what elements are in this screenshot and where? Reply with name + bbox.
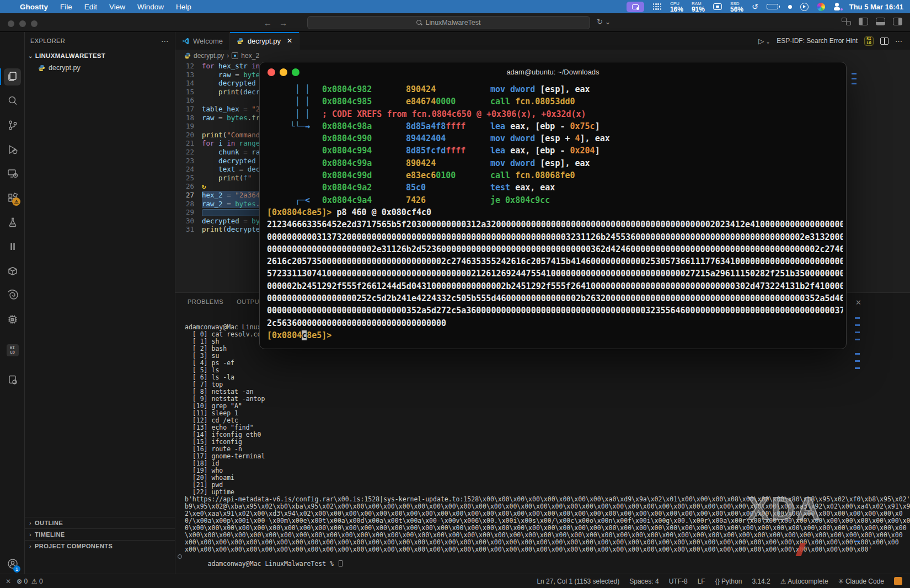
python-file-icon <box>184 52 191 59</box>
breadcrumb: decrypt.py › hex_2 <box>175 50 910 62</box>
accounts-icon[interactable]: 1 <box>0 553 25 574</box>
esp-idf-chip-icon[interactable] <box>0 309 25 330</box>
esp-idf-action[interactable]: ESP-IDF: Search Error Hint <box>777 37 858 45</box>
kilo-code-icon[interactable]: KILO <box>0 340 25 361</box>
sidebar-section-outline[interactable]: ›OUTLINE <box>25 517 175 528</box>
source-control-icon[interactable] <box>0 115 25 136</box>
sidebar-folder-linuxmalwaretest[interactable]: ⌄ LINUXMALWARETEST <box>25 50 175 62</box>
recording-dot-icon[interactable] <box>788 5 792 9</box>
search-view-icon[interactable] <box>0 90 25 111</box>
jump-line-gutter: │ │ <box>267 108 322 120</box>
line-number: 25 <box>175 174 194 183</box>
status-item-7[interactable]: ✳ Claude Code <box>838 578 884 585</box>
status-item-0[interactable]: Ln 27, Col 1 (1153 selected) <box>537 578 619 585</box>
remote-explorer-icon[interactable] <box>0 163 25 184</box>
layout-grid-icon[interactable] <box>842 18 851 25</box>
explorer-more-actions[interactable]: ⋯ <box>161 36 169 45</box>
instruction-bytes: 8d85fcfdffff <box>406 145 490 157</box>
menu-file[interactable]: File <box>60 3 72 11</box>
instruction-bytes: 890424 <box>406 157 490 169</box>
tab-decrypt-py[interactable]: decrypt.py ✕ <box>230 32 299 50</box>
file-settings-icon[interactable] <box>0 370 25 391</box>
problems-status[interactable]: ⊗ 0 ⚠ 0 <box>17 578 43 585</box>
editor-more-actions[interactable]: ⋯ <box>895 37 902 45</box>
sidebar-section-timeline[interactable]: ›TIMELINE <box>25 528 175 540</box>
editor-tab-bar: Welcome decrypt.py ✕ ▷ ⌄ ESP-IDF: Search… <box>175 32 910 50</box>
toggle-sidebar-icon[interactable] <box>859 18 868 25</box>
command-center-search[interactable]: LinuxMalwareTest <box>307 16 590 29</box>
sidebar-file-decrypt-py[interactable]: decrypt.py <box>25 62 175 74</box>
command-decoration-icon[interactable] <box>178 554 182 559</box>
spiral-tool-icon[interactable] <box>0 285 25 306</box>
toggle-secondary-sidebar-icon[interactable] <box>893 18 902 25</box>
display-status-icon[interactable] <box>713 3 722 10</box>
panel-tab-problems[interactable]: PROBLEMS <box>188 298 223 305</box>
account-switch-icon[interactable] <box>833 3 841 11</box>
status-item-2[interactable]: UTF-8 <box>669 578 688 585</box>
cpu-stat[interactable]: CPU 16% <box>670 1 683 12</box>
menu-edit[interactable]: Edit <box>84 3 97 11</box>
close-tab-icon[interactable]: ✕ <box>287 37 292 45</box>
instruction-text: mov dword [esp], eax <box>490 157 843 169</box>
split-editor-icon[interactable] <box>880 38 888 45</box>
extensions-warning-badge: ⚠ <box>12 197 20 206</box>
terminal-line: [10] grep "A" <box>185 403 910 410</box>
status-item-1[interactable]: Spaces: 4 <box>629 578 659 585</box>
menu-help[interactable]: Help <box>176 3 191 11</box>
run-debug-icon[interactable] <box>0 139 25 160</box>
zoom-window-button[interactable] <box>31 20 38 27</box>
nav-forward-button[interactable]: → <box>279 18 287 28</box>
app-menu-title[interactable]: Ghostty <box>20 3 48 11</box>
tab-welcome[interactable]: Welcome <box>175 32 230 50</box>
instruction-address: 0x0804c99d <box>322 169 406 181</box>
kilo-badge-icon[interactable]: KILO <box>864 36 874 46</box>
app-grid-icon[interactable] <box>652 3 662 10</box>
extensions-icon[interactable]: ⚠ <box>0 188 25 209</box>
toggle-panel-icon[interactable] <box>876 18 885 25</box>
screen-sharing-icon[interactable] <box>627 2 644 12</box>
minimize-window-button[interactable] <box>19 20 26 27</box>
menubar-clock[interactable]: Thu 5 Mar 16:41 <box>849 3 903 11</box>
hexdump-line: 212346663356452e2d3717565b5f203000000000… <box>267 218 843 231</box>
ram-stat[interactable]: RAM 91% <box>692 1 705 12</box>
explorer-icon[interactable] <box>0 66 25 87</box>
run-button[interactable]: ▷ ⌄ <box>758 37 770 45</box>
disasm-line: └└─→ 0x0804c98a8d85a4f8fffflea eax, [ebp… <box>267 120 843 132</box>
code-text: ↻ <box>194 182 206 191</box>
container-tool-icon[interactable] <box>0 260 25 281</box>
play-status-icon[interactable] <box>800 3 809 11</box>
claude-code-indicator-icon[interactable] <box>894 577 902 585</box>
code-text: print(decr <box>194 88 260 97</box>
battery-icon[interactable] <box>767 4 780 9</box>
code-text: for i in range <box>194 139 260 148</box>
ssd-stat[interactable]: SSD 56% <box>730 1 743 12</box>
line-number: 17 <box>175 105 194 114</box>
sidebar-section-project-components[interactable]: ›PROJECT COMPONENTS <box>25 540 175 552</box>
breadcrumb-symbol[interactable]: hex_2 <box>241 52 259 60</box>
menu-window[interactable]: Window <box>137 3 164 11</box>
accounts-badge: 1 <box>13 565 20 573</box>
breadcrumb-file[interactable]: decrypt.py <box>194 52 224 60</box>
status-item-5[interactable]: 3.14.2 <box>752 578 770 585</box>
menu-view[interactable]: View <box>109 3 125 11</box>
remote-indicator-icon[interactable]: ✕ <box>6 578 11 585</box>
disasm-line: 0x0804c9948d85fcfdfffflea eax, [ebp - 0x… <box>267 145 843 157</box>
line-number: 16 <box>175 96 194 105</box>
lightbulb-icon[interactable]: ↻ <box>202 182 206 190</box>
panel-close-icon[interactable]: ✕ <box>855 298 861 307</box>
close-window-button[interactable] <box>8 20 14 27</box>
terminal-line: [ 4] ps -ef <box>185 360 910 367</box>
pause-tool-icon[interactable] <box>0 236 25 257</box>
chevron-right-icon: › <box>29 543 31 549</box>
nav-back-button[interactable]: ← <box>264 18 272 28</box>
testing-icon[interactable] <box>0 212 25 233</box>
status-item-4[interactable]: {} Python <box>715 578 742 585</box>
color-wheel-icon[interactable] <box>817 3 825 11</box>
history-icon[interactable]: ↺ <box>752 2 758 11</box>
code-text: raw_2 = bytes. <box>194 200 263 209</box>
ghostty-terminal-window[interactable]: adam@ubuntu: ~/Downloads │ │ 0x0804c9828… <box>259 62 847 349</box>
refresh-icon[interactable]: ↻ ⌄ <box>597 18 611 26</box>
instruction-bytes: 89442404 <box>406 132 490 145</box>
status-item-6[interactable]: ⚠ Autocomplete <box>780 578 828 585</box>
status-item-3[interactable]: LF <box>698 578 705 585</box>
